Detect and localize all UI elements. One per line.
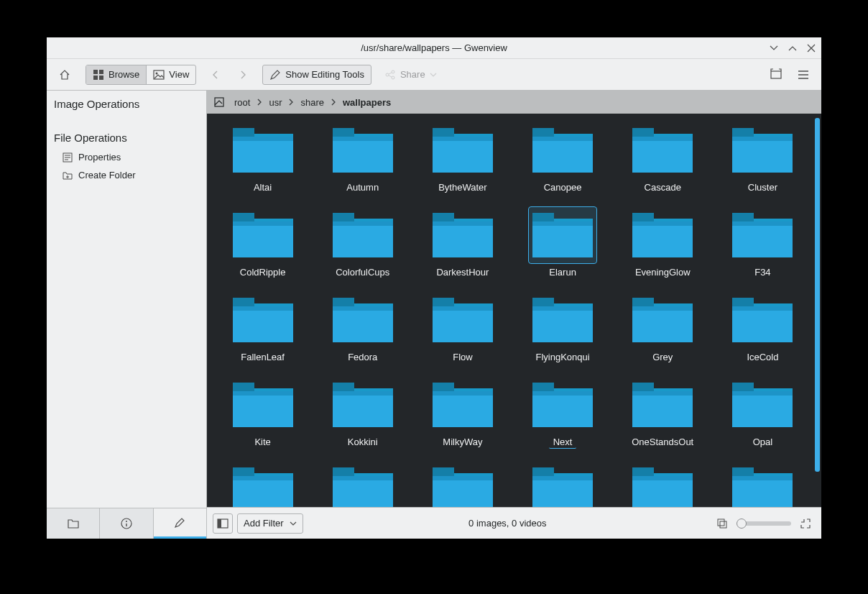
close-button[interactable] (805, 42, 817, 54)
folder-label: Kokkini (343, 436, 382, 448)
toggle-sidebar-button[interactable] (213, 513, 233, 534)
path-edit-icon[interactable] (213, 96, 226, 109)
scrollbar-thumb[interactable] (815, 118, 820, 472)
folder-item[interactable]: OneStandsOut (613, 375, 713, 460)
folder-item[interactable]: Kite (213, 375, 313, 460)
back-button[interactable] (203, 65, 228, 84)
breadcrumb-wallpapers[interactable]: wallpapers (338, 95, 395, 110)
folder-label: ColorfulCups (331, 266, 394, 278)
zoom-in-icon (800, 518, 811, 529)
folder-label: BytheWater (434, 181, 491, 193)
sidebar-item-properties[interactable]: Properties (47, 148, 206, 166)
folder-item[interactable] (213, 460, 313, 507)
folder-icon (529, 207, 596, 263)
svg-rect-4 (93, 70, 98, 74)
folder-item[interactable]: IceCold (713, 291, 813, 375)
folder-label: EveningGlow (631, 266, 695, 278)
sidebar-item-create-folder[interactable]: Create Folder (47, 166, 206, 184)
folder-item[interactable] (513, 460, 613, 507)
folder-item[interactable]: FlyingKonqui (513, 291, 613, 375)
zoom-slider-thumb[interactable] (737, 518, 747, 529)
folder-item[interactable]: FallenLeaf (213, 291, 313, 375)
toolbar: Browse View Show Editing Tools Share (47, 59, 821, 91)
folder-item[interactable]: Altai (213, 121, 313, 206)
fullscreen-icon (770, 68, 782, 81)
svg-rect-19 (218, 519, 221, 528)
folder-icon (329, 462, 397, 507)
share-label: Share (400, 69, 425, 80)
folder-item[interactable]: Fedora (313, 291, 412, 375)
show-editing-tools-button[interactable]: Show Editing Tools (262, 65, 371, 85)
folder-label: Autumn (342, 181, 383, 193)
folder-label: FlyingKonqui (532, 351, 594, 363)
folder-item[interactable]: BytheWater (412, 121, 512, 206)
scrollbar[interactable] (815, 118, 820, 503)
folder-icon (629, 292, 696, 348)
maximize-button[interactable] (787, 42, 798, 54)
sidebar-tab-info[interactable] (100, 508, 153, 539)
sidebar-tabs (47, 508, 206, 539)
folder-icon (429, 292, 497, 348)
chevron-down-icon (290, 520, 297, 527)
folder-item[interactable] (613, 460, 713, 507)
folder-item[interactable]: Autumn (313, 121, 412, 206)
zoom-in-button[interactable] (795, 513, 816, 534)
folder-icon (729, 462, 796, 507)
folder-item[interactable]: ColorfulCups (313, 206, 412, 291)
svg-rect-13 (771, 71, 781, 78)
zoom-out-button[interactable] (712, 513, 732, 534)
minimize-button[interactable] (768, 42, 780, 54)
fullscreen-button[interactable] (762, 64, 790, 86)
zoom-slider[interactable] (737, 521, 791, 526)
window-title: /usr/share/wallpapers — Gwenview (361, 42, 507, 53)
breadcrumb-separator (287, 99, 295, 106)
window-controls (768, 37, 817, 58)
file-operations-header: File Operations (47, 124, 206, 148)
folder-item[interactable]: Canopee (513, 121, 613, 206)
folder-icon (729, 377, 796, 433)
forward-button[interactable] (231, 65, 255, 84)
folder-item[interactable]: MilkyWay (412, 375, 512, 460)
folder-icon (729, 207, 796, 263)
folder-icon (529, 122, 596, 178)
folder-item[interactable]: Kokkini (313, 375, 412, 460)
folder-item[interactable]: Grey (613, 291, 713, 375)
add-filter-button[interactable]: Add Filter (237, 513, 303, 534)
share-button[interactable]: Share (377, 65, 444, 85)
folder-label: Canopee (540, 181, 586, 193)
share-icon (384, 69, 396, 81)
folder-item[interactable]: EveningGlow (613, 206, 713, 291)
folder-item[interactable]: Opal (713, 375, 813, 460)
folder-item[interactable]: ColdRipple (213, 206, 313, 291)
create-folder-label: Create Folder (78, 170, 135, 181)
folder-label: MilkyWay (438, 436, 486, 448)
breadcrumb-usr[interactable]: usr (264, 95, 286, 110)
browse-mode-button[interactable]: Browse (86, 65, 147, 84)
sidebar-tab-folders[interactable] (47, 508, 100, 539)
folder-icon (429, 207, 497, 263)
breadcrumb-share[interactable]: share (296, 95, 328, 110)
sidebar-tab-edit[interactable] (154, 508, 206, 539)
folder-item[interactable] (713, 460, 813, 507)
view-mode-button[interactable]: View (147, 65, 195, 84)
close-icon (807, 44, 816, 52)
folder-item[interactable]: Flow (412, 291, 512, 375)
folder-item[interactable]: Cluster (713, 121, 813, 206)
folder-item[interactable]: Cascade (613, 121, 713, 206)
menu-button[interactable] (790, 64, 817, 86)
chevron-up-icon (788, 43, 798, 53)
breadcrumb-root[interactable]: root (230, 95, 254, 110)
folder-item[interactable] (313, 460, 412, 507)
info-icon (120, 517, 133, 530)
folder-item[interactable]: F34 (713, 206, 813, 291)
folder-item[interactable] (412, 460, 512, 507)
folder-label: Fedora (343, 351, 382, 363)
folder-label: OneStandsOut (627, 436, 698, 448)
folder-item[interactable]: Elarun (513, 206, 613, 291)
view-mode-group: Browse View (86, 65, 196, 85)
folder-item[interactable]: DarkestHour (412, 206, 512, 291)
home-button[interactable] (51, 64, 78, 86)
show-editing-tools-label: Show Editing Tools (285, 69, 364, 80)
sidebar-content: Image Operations File Operations Propert… (47, 91, 206, 508)
folder-item[interactable]: Next (513, 375, 613, 460)
